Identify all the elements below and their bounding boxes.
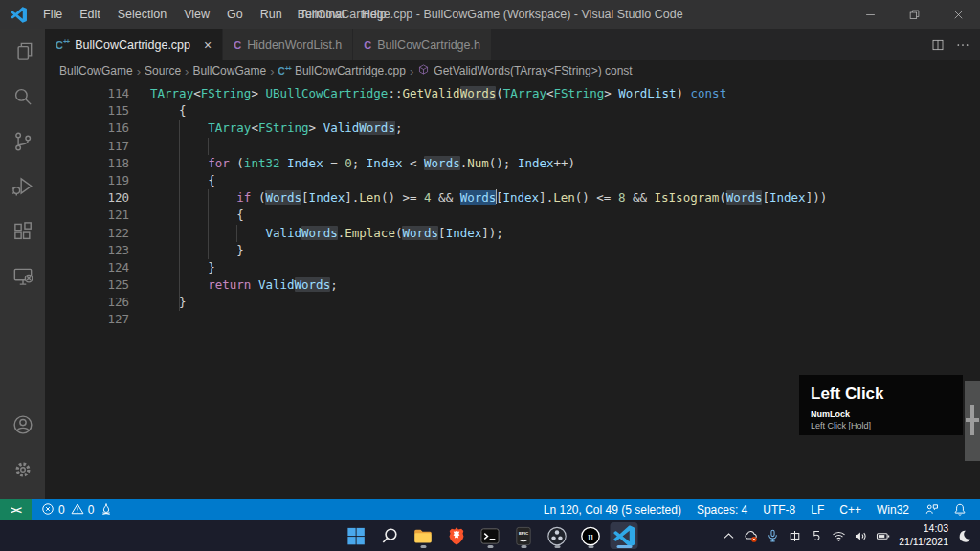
status-bar-left: 00 [32,502,113,518]
cloud-off-icon[interactable] [743,528,759,544]
indent-guide [179,138,180,155]
taskbar-start[interactable] [343,522,370,549]
line-content[interactable]: { [150,172,215,189]
breadcrumb-item[interactable]: C++BullCowCartridge.cpp [278,64,405,77]
menu-file[interactable]: File [34,0,71,29]
taskbar-clock[interactable]: 14:03 21/11/2021 [899,522,948,548]
line-content[interactable]: } [150,259,215,276]
breadcrumb-item[interactable]: Source [145,64,181,77]
battery-icon[interactable] [875,528,891,544]
taskbar-terminal[interactable] [477,522,504,549]
activitybar-extensions[interactable] [0,210,45,255]
activitybar-search[interactable] [0,76,45,121]
taskbar-epic[interactable]: EPIC [510,522,538,549]
line-content[interactable]: ValidWords.Emplace(Words[Index]); [150,225,503,242]
menu-selection[interactable]: Selection [109,0,175,29]
restore-button[interactable] [892,0,936,29]
activitybar-run-debug[interactable] [0,165,45,210]
code-editor[interactable]: 114TArray<FString> UBullCowCartridge::Ge… [45,81,980,499]
breadcrumb-item[interactable]: BullCowGame [192,64,266,77]
close-button[interactable] [936,0,980,29]
tab-BullCowCartridge.h[interactable]: CBullCowCartridge.h [353,29,492,60]
activity-bar-bottom [0,404,45,494]
code-line: 127 [45,311,980,328]
line-content[interactable]: return ValidWords; [150,276,338,294]
activitybar-accounts[interactable] [0,404,45,449]
status-warning[interactable]: 0 [71,502,95,518]
activitybar-source-control[interactable] [0,121,45,165]
menu-view[interactable]: View [175,0,218,29]
taskbar: EPICu 14:03 21/11/2021 [0,520,980,551]
line-number: 127 [45,311,129,328]
extensions-icon [11,219,35,248]
code-token: < [251,121,258,135]
taskbar-explorer[interactable] [410,522,437,549]
minimize-button[interactable] [848,0,892,29]
code-token: ]. [539,190,553,205]
line-content[interactable]: { [150,102,187,120]
overlay-edge-handle[interactable] [965,381,980,461]
status-error[interactable]: 0 [41,502,65,518]
taskbar-vscode[interactable] [611,522,638,549]
chevron-up-icon[interactable] [721,528,737,544]
tab-close-icon[interactable]: × [204,37,212,53]
status-item[interactable]: LF [811,503,824,517]
status-count: 0 [58,503,65,517]
menu-run[interactable]: Run [252,0,291,29]
line-content[interactable]: for (int32 Index = 0; Index < Words.Num(… [150,155,575,172]
settings-icon [11,457,35,486]
line-content[interactable]: } [150,294,187,311]
line-content[interactable]: TArray<FString> ValidWords; [150,120,402,137]
code-line: 123 } [45,242,980,259]
mic-icon[interactable] [765,528,781,544]
taskbar-obs[interactable] [544,522,571,549]
window-controls [848,0,980,29]
code-token: ( [719,190,726,205]
remote-indicator[interactable]: >< [0,499,32,520]
taskbar-unreal[interactable]: u [577,522,605,549]
status-feedback[interactable] [924,502,938,518]
status-item[interactable]: Win32 [877,503,909,517]
svg-text:u: u [588,530,593,541]
indent-guide [179,242,180,259]
accounts-icon [11,412,35,441]
line-number: 124 [45,259,129,276]
volume-icon[interactable] [853,528,869,544]
wifi-icon[interactable] [831,528,847,544]
status-bell[interactable] [953,502,967,518]
tab-HiddenWordList.h[interactable]: CHiddenWordList.h [223,29,353,60]
code-token: Words [265,190,301,205]
ime-bopomofo-icon[interactable] [809,528,825,544]
ime-zh-icon[interactable] [787,528,803,544]
line-content[interactable]: if (Words[Index].Len() >= 4 && Words[Ind… [150,189,827,207]
status-item[interactable]: Spaces: 4 [697,503,747,517]
activitybar-remote-explorer[interactable] [0,255,45,300]
activitybar-settings[interactable] [0,449,45,494]
line-content[interactable]: { [150,207,244,224]
taskbar-search-task[interactable] [376,522,404,549]
taskbar-brave[interactable] [443,522,471,549]
menu-edit[interactable]: Edit [71,0,109,29]
split-editor-icon[interactable] [930,37,946,53]
breadcrumb-item[interactable]: GetValidWords(TArray<FString>) const [417,63,632,78]
code-token: ++) [554,156,576,170]
line-content[interactable]: TArray<FString> UBullCowCartridge::GetVa… [150,85,726,102]
status-item[interactable]: UTF-8 [763,503,795,517]
line-content[interactable]: } [150,242,244,259]
title-bar: FileEditSelectionViewGoRunTerminalHelp B… [0,0,980,29]
tab-BullCowCartridge.cpp[interactable]: C++BullCowCartridge.cpp× [45,29,223,60]
line-number: 115 [45,102,129,120]
code-token: > [309,121,323,135]
code-token: > [251,86,265,100]
line-number: 121 [45,207,129,224]
focus-assist-moon-icon[interactable] [956,528,972,544]
more-actions-icon[interactable] [955,37,970,53]
status-item[interactable]: Ln 120, Col 49 (5 selected) [544,503,681,517]
running-indicator [420,545,426,548]
menu-go[interactable]: Go [218,0,252,29]
breadcrumb-item[interactable]: BullCowGame [59,64,133,77]
status-item[interactable]: C++ [839,503,861,517]
code-token: Valid [265,226,301,240]
status-flame[interactable] [100,502,113,518]
activitybar-explorer[interactable] [0,31,45,76]
